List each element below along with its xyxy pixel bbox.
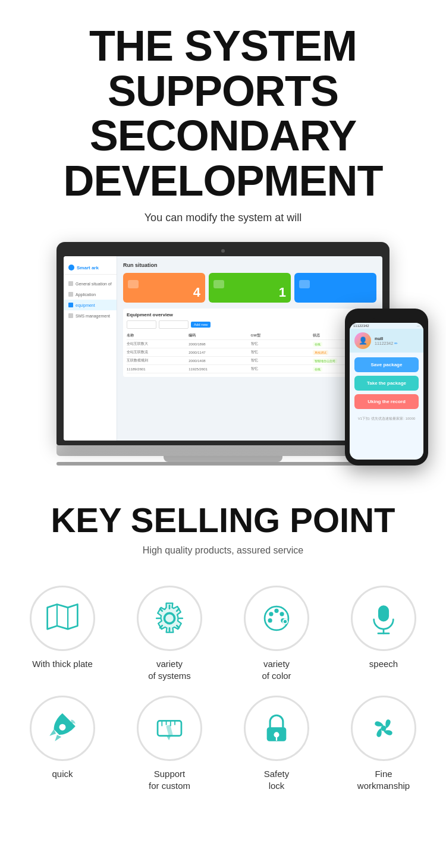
- phone-screen: 11122342 ··· 👤 null 11122342 ✏ Save pack…: [350, 323, 423, 460]
- icon-circle-palette: [244, 586, 309, 651]
- feature-label: quick: [52, 768, 73, 780]
- table-controls: Add new: [127, 320, 373, 329]
- feature-color: varietyof color: [226, 586, 327, 681]
- icon-circle-rocket: [30, 696, 95, 761]
- phone-username: null: [375, 336, 398, 341]
- table-header: 名称 编码 GW型 状态: [127, 332, 373, 340]
- fan-icon: [366, 711, 401, 746]
- brand-logo: Smart ark: [64, 261, 117, 275]
- feature-label: speech: [369, 658, 398, 670]
- phone-profile: 👤 null 11122342 ✏: [350, 329, 423, 353]
- laptop-screen: Smart ark General situation of Applicati…: [64, 256, 382, 441]
- table-row: 11189/2601 11925/2601 智忆 在线: [127, 365, 373, 373]
- icon-circle-gear: [137, 586, 202, 651]
- dashboard-sidebar: Smart ark General situation of Applicati…: [64, 256, 117, 441]
- status-badge-warning: 离线调试: [313, 350, 328, 355]
- phone-footer: V1下扣: 优先优选速输量家家: 10000: [350, 414, 423, 424]
- svg-point-16: [59, 724, 66, 731]
- feature-label: Fineworkmanship: [357, 768, 410, 791]
- equipment-table: Equipment overview Add new 名称 编码 GW型 状态: [123, 309, 376, 377]
- feature-quick: quick: [12, 696, 113, 791]
- stat-card-orange: 4: [123, 273, 205, 303]
- ruler-icon: [152, 711, 187, 746]
- selling-title: KEY SELLING POINT: [18, 501, 428, 539]
- icon-circle-ruler: [137, 696, 202, 761]
- table-title: Equipment overview: [127, 312, 373, 317]
- svg-point-7: [279, 612, 284, 616]
- dashboard: Smart ark General situation of Applicati…: [64, 256, 382, 441]
- svg-point-9: [268, 618, 272, 622]
- map-icon: [45, 601, 80, 636]
- card-icon: [213, 280, 224, 288]
- nav-item-equipment[interactable]: equipment: [64, 300, 117, 310]
- table-row: 全站互联数大 2000/1898 智忆 在线: [127, 340, 373, 348]
- feature-label: With thick plate: [32, 658, 93, 670]
- hero-title: THE SYSTEM SUPPORTS SECONDARY DEVELOPMEN…: [24, 24, 422, 203]
- status-badge: 智能地台山主司: [313, 358, 337, 363]
- phone-action-buttons: Save package Take the package Uking the …: [350, 353, 423, 414]
- col-type: GW型: [251, 333, 311, 338]
- avatar: 👤: [354, 332, 371, 349]
- search-box-2[interactable]: [159, 320, 189, 329]
- feature-thick-plate: With thick plate: [12, 586, 113, 681]
- hero-subtitle: You can modify the system at will: [24, 212, 422, 224]
- svg-point-27: [381, 726, 386, 731]
- svg-point-5: [269, 612, 273, 616]
- table-row: 全站互联数流 2000/1147 智忆 离线调试: [127, 348, 373, 357]
- save-package-button[interactable]: Save package: [354, 357, 419, 372]
- phone-mockup: 11122342 ··· 👤 null 11122342 ✏ Save pack…: [345, 309, 428, 466]
- lock-icon: [259, 711, 294, 746]
- mic-icon: [366, 601, 401, 636]
- hero-section: THE SYSTEM SUPPORTS SECONDARY DEVELOPMEN…: [0, 0, 446, 236]
- status-badge: 在线: [313, 367, 322, 372]
- svg-rect-13: [378, 605, 389, 621]
- rocket-icon: [45, 711, 80, 746]
- run-title: Run situation: [123, 262, 376, 268]
- nav-icon: [68, 281, 73, 286]
- selling-section: KEY SELLING POINT High quality products,…: [0, 483, 446, 568]
- mockup-area: Smart ark General situation of Applicati…: [0, 236, 446, 483]
- phone-outer: 11122342 ··· 👤 null 11122342 ✏ Save pack…: [345, 309, 428, 466]
- icon-circle-map: [30, 586, 95, 651]
- phone-status-bar: 11122342 ···: [350, 323, 423, 329]
- palette-icon: [259, 601, 294, 636]
- icon-circle-fan: [351, 696, 416, 761]
- icon-circle-mic: [351, 586, 416, 651]
- phone-id: 11122342: [375, 341, 393, 345]
- stat-card-green: 1: [209, 273, 291, 303]
- gear-icon: [152, 601, 187, 636]
- brand-dot: [68, 265, 74, 271]
- nav-item-general[interactable]: General situation of: [64, 278, 117, 289]
- feature-label: Safetylock: [264, 768, 290, 791]
- feature-speech: speech: [333, 586, 434, 681]
- selling-subtitle: High quality products, assured service: [18, 545, 428, 556]
- feature-systems: varietyof systems: [119, 586, 220, 681]
- laptop-mockup: Smart ark General situation of Applicati…: [56, 242, 390, 466]
- svg-point-12: [284, 620, 287, 623]
- feature-lock: Safetylock: [226, 696, 327, 791]
- icon-circle-lock: [244, 696, 309, 761]
- feature-label: varietyof color: [262, 658, 291, 681]
- nav-icon: [68, 292, 73, 297]
- using-record-button[interactable]: Uking the record: [354, 394, 419, 409]
- search-box[interactable]: [127, 320, 156, 329]
- add-button[interactable]: Add new: [191, 322, 211, 328]
- dashboard-main: Run situation 4 1: [117, 256, 382, 441]
- col-name: 名称: [127, 333, 187, 338]
- laptop-foot: [56, 462, 390, 466]
- nav-item-sms[interactable]: SMS management: [64, 310, 117, 321]
- table-row: 互联数模规则 2000/1408 智忆 智能地台山主司: [127, 357, 373, 365]
- take-package-button[interactable]: Take the package: [354, 376, 419, 391]
- nav-item-application[interactable]: Application: [64, 289, 117, 300]
- feature-custom: Supportfor custom: [119, 696, 220, 791]
- feature-label: varietyof systems: [148, 658, 191, 681]
- svg-point-6: [274, 609, 278, 613]
- phone-notch: [372, 315, 401, 319]
- features-grid: With thick plate varietyof systems: [0, 568, 446, 815]
- laptop-stand: [164, 456, 282, 462]
- status-badge: 在线: [313, 342, 322, 347]
- edit-icon[interactable]: ✏: [394, 341, 398, 345]
- laptop-camera: [221, 249, 225, 253]
- card-icon: [299, 280, 310, 288]
- card-icon: [128, 280, 139, 288]
